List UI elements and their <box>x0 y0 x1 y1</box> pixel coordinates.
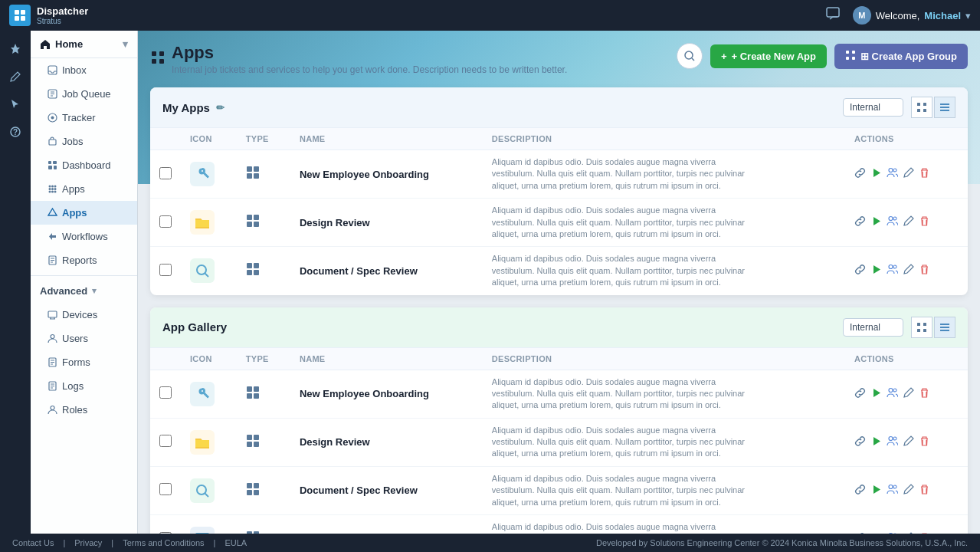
user-menu[interactable]: M Welcome, Michael ▾ <box>853 6 971 25</box>
action-delete-icon[interactable] <box>919 532 930 534</box>
sidebar-item-jobs[interactable]: Jobs <box>31 130 137 153</box>
action-delete-icon[interactable] <box>919 215 930 229</box>
action-users-icon[interactable] <box>887 167 898 181</box>
row-checkbox[interactable] <box>159 167 172 179</box>
action-edit-icon[interactable] <box>903 167 914 181</box>
footer-contact[interactable]: Contact Us <box>12 538 54 547</box>
app-name: Document / Spec Review <box>300 265 474 277</box>
table-row: New Employee Onboarding Aliquam id dapib… <box>150 370 968 418</box>
my-apps-edit-icon[interactable]: ✏ <box>216 102 225 113</box>
row-checkbox[interactable] <box>159 435 172 447</box>
action-delete-icon[interactable] <box>919 484 930 498</box>
sidebar-item-logs[interactable]: Logs <box>31 374 137 398</box>
footer-terms[interactable]: Terms and Conditions <box>123 538 204 547</box>
action-users-icon[interactable] <box>887 387 898 401</box>
svg-rect-99 <box>254 490 259 495</box>
row-checkbox[interactable] <box>159 532 172 534</box>
action-delete-icon[interactable] <box>919 264 930 278</box>
app-gallery-list-view[interactable] <box>934 317 955 338</box>
my-apps-filter[interactable]: Internal External All <box>843 98 903 117</box>
search-button[interactable] <box>677 43 703 69</box>
action-delete-icon[interactable] <box>919 387 930 401</box>
create-app-group-button[interactable]: ⊞ Create App Group <box>834 44 968 69</box>
svg-rect-87 <box>247 435 252 440</box>
sidebar-item-dashboard[interactable]: Dashboard <box>31 153 137 177</box>
action-edit-icon[interactable] <box>903 264 914 278</box>
action-users-icon[interactable] <box>887 264 898 278</box>
svg-marker-70 <box>873 265 880 274</box>
create-new-app-button[interactable]: + + Create New App <box>710 44 827 68</box>
sidebar-item-apps-dots-label: Apps <box>62 183 85 195</box>
action-link-icon[interactable] <box>854 167 866 181</box>
action-users-icon[interactable] <box>887 215 898 229</box>
row-checkbox[interactable] <box>159 264 172 276</box>
app-gallery-grid-view[interactable] <box>911 317 932 338</box>
sidebar-item-workflows[interactable]: Workflows <box>31 225 137 248</box>
footer-eula[interactable]: EULA <box>225 538 247 547</box>
action-play-icon[interactable] <box>870 532 882 534</box>
row-checkbox[interactable] <box>159 483 172 495</box>
help-tool-icon[interactable]: ? <box>3 120 28 144</box>
action-users-icon[interactable] <box>887 532 898 534</box>
action-play-icon[interactable] <box>870 167 882 181</box>
svg-rect-46 <box>923 109 926 112</box>
sidebar-item-users[interactable]: Users <box>31 327 137 350</box>
sidebar-item-forms[interactable]: Forms <box>31 350 137 374</box>
sidebar-advanced-toggle[interactable]: Advanced ▾ <box>31 279 137 303</box>
cursor-tool-icon[interactable] <box>3 92 28 117</box>
sidebar-item-tracker[interactable]: Tracker <box>31 106 137 130</box>
action-link-icon[interactable] <box>854 435 866 449</box>
sidebar-item-apps[interactable]: Apps <box>31 201 137 225</box>
sidebar-item-inbox[interactable]: Inbox <box>31 58 137 82</box>
action-link-icon[interactable] <box>854 484 866 498</box>
action-play-icon[interactable] <box>870 264 882 278</box>
sidebar-item-job-queue[interactable]: Job Queue <box>31 82 137 106</box>
action-delete-icon[interactable] <box>919 167 930 181</box>
svg-point-24 <box>54 191 57 193</box>
svg-rect-83 <box>254 393 259 399</box>
sidebar-item-apps-dots[interactable]: Apps <box>31 177 137 201</box>
action-link-icon[interactable] <box>854 215 866 229</box>
footer-privacy[interactable]: Privacy <box>74 538 102 547</box>
sidebar-item-devices[interactable]: Devices <box>31 303 137 327</box>
sidebar-item-devices-label: Devices <box>62 309 97 320</box>
action-edit-icon[interactable] <box>903 484 914 498</box>
my-apps-list-view[interactable] <box>934 97 955 118</box>
app-gallery-filter[interactable]: Internal External All <box>843 318 903 337</box>
gallery-col-actions: Actions <box>845 348 968 370</box>
action-edit-icon[interactable] <box>903 532 914 534</box>
action-edit-icon[interactable] <box>903 435 914 449</box>
svg-rect-58 <box>254 215 259 220</box>
pin-tool-icon[interactable] <box>3 37 28 61</box>
app-gallery-title-text: App Gallery <box>162 320 227 334</box>
type-icon <box>246 169 260 182</box>
svg-point-37 <box>685 51 693 59</box>
action-play-icon[interactable] <box>870 387 882 401</box>
chat-icon[interactable] <box>825 6 841 25</box>
sidebar-item-reports[interactable]: Reports <box>31 248 137 272</box>
sidebar-item-jobqueue-label: Job Queue <box>62 88 111 100</box>
sidebar-item-roles[interactable]: Roles <box>31 398 137 422</box>
action-play-icon[interactable] <box>870 484 882 498</box>
action-edit-icon[interactable] <box>903 387 914 401</box>
svg-rect-98 <box>247 490 252 495</box>
my-apps-grid-view[interactable] <box>911 97 932 118</box>
action-link-icon[interactable] <box>854 387 866 401</box>
action-edit-icon[interactable] <box>903 215 914 229</box>
action-delete-icon[interactable] <box>919 435 930 449</box>
svg-point-92 <box>889 436 893 440</box>
row-checkbox[interactable] <box>159 386 172 399</box>
sidebar-home[interactable]: Home ▾ <box>31 31 137 58</box>
action-play-icon[interactable] <box>870 435 882 449</box>
action-link-icon[interactable] <box>854 532 866 534</box>
action-users-icon[interactable] <box>887 435 898 449</box>
pencil-tool-icon[interactable] <box>3 64 28 89</box>
action-play-icon[interactable] <box>870 215 882 229</box>
action-users-icon[interactable] <box>887 484 898 498</box>
sidebar-advanced-label: Advanced <box>40 285 87 297</box>
svg-rect-42 <box>852 57 855 60</box>
svg-rect-103 <box>195 533 209 534</box>
action-link-icon[interactable] <box>854 264 866 278</box>
row-checkbox[interactable] <box>159 215 172 228</box>
svg-rect-35 <box>152 59 156 64</box>
